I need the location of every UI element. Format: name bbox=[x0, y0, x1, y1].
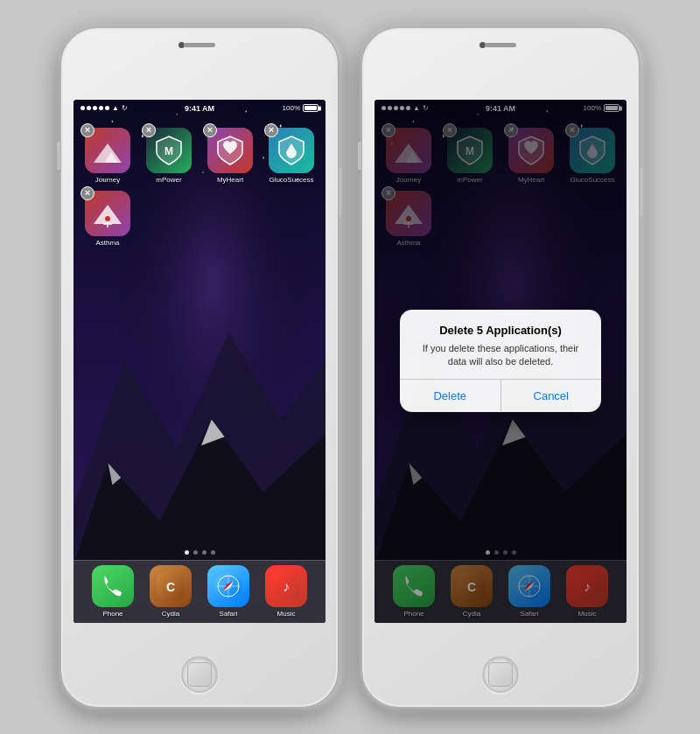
delete-dialog: Delete 5 Application(s) If you delete th… bbox=[400, 310, 601, 413]
dock-left: Phone C bbox=[74, 560, 326, 623]
app-label-journey-left: Journey bbox=[95, 176, 120, 184]
app-icon-wrapper-mpower-left: × bbox=[146, 128, 192, 173]
delete-button[interactable]: Delete bbox=[400, 380, 500, 412]
app-label-myheart-left: MyHeart bbox=[217, 176, 243, 184]
dock-label-cydia-left: Cydia bbox=[162, 610, 179, 618]
delete-badge-mpower-left[interactable]: × bbox=[142, 123, 156, 137]
dock-label-music-left: Music bbox=[277, 610, 296, 618]
speaker-right bbox=[485, 43, 516, 47]
dot4 bbox=[99, 106, 103, 110]
status-signal-left: ▲ ↻ bbox=[80, 104, 128, 112]
status-bar-left: ▲ ↻ 9:41 AM 100% bbox=[74, 100, 326, 117]
app-item-myheart-left[interactable]: × bbox=[203, 128, 257, 184]
wifi-icon-left: ▲ bbox=[112, 104, 119, 112]
svg-point-28 bbox=[105, 216, 110, 221]
delete-badge-journey-left[interactable]: × bbox=[80, 123, 94, 137]
app-item-glucosuccess-left[interactable]: × bbox=[264, 128, 318, 184]
app-item-asthma-left[interactable]: × bbox=[80, 191, 135, 247]
app-icon-wrapper-journey-left: × bbox=[85, 128, 130, 173]
app-grid-left: × bbox=[74, 121, 326, 254]
home-button-inner-right bbox=[488, 662, 513, 687]
home-button-left[interactable] bbox=[181, 656, 218, 693]
cancel-button[interactable]: Cancel bbox=[501, 380, 602, 412]
dock-icon-music-left: ♪ bbox=[265, 565, 307, 607]
dock-label-phone-left: Phone bbox=[102, 610, 122, 618]
status-right-left: 100% bbox=[283, 104, 318, 112]
battery-fill-left bbox=[304, 106, 317, 110]
page-dot-3-left bbox=[202, 550, 206, 555]
app-item-mpower-left[interactable]: × bbox=[142, 128, 196, 184]
alert-content: Delete 5 Application(s) If you delete th… bbox=[400, 310, 601, 380]
home-button-right[interactable] bbox=[482, 656, 519, 693]
speaker-left bbox=[184, 43, 215, 47]
app-label-glucosuccess-left: GlucoSuccess bbox=[269, 176, 313, 184]
phone-shell-right: ▲ ↻ 9:41 AM 100% × bbox=[360, 26, 640, 709]
phone-top-right bbox=[474, 40, 527, 51]
refresh-icon-left: ↻ bbox=[122, 104, 128, 112]
battery-icon-left bbox=[303, 104, 318, 112]
dock-item-phone-left[interactable]: Phone bbox=[92, 565, 134, 618]
dock-icon-cydia-left: C bbox=[150, 565, 192, 607]
dock-item-cydia-left[interactable]: C Cydia bbox=[150, 565, 192, 618]
app-icon-wrapper-glucosuccess-left: × bbox=[269, 128, 314, 173]
app-icon-wrapper-myheart-left: × bbox=[207, 128, 253, 173]
dock-item-music-left[interactable]: ♪ Music bbox=[265, 565, 307, 618]
svg-text:M: M bbox=[164, 145, 173, 157]
app-icon-wrapper-asthma-left: × bbox=[85, 191, 130, 236]
phone-shell-left: ▲ ↻ 9:41 AM 100% × bbox=[60, 26, 340, 709]
dock-item-safari-left[interactable]: Safari bbox=[207, 565, 249, 618]
phone-screen-right: ▲ ↻ 9:41 AM 100% × bbox=[374, 100, 626, 623]
phone-top-left bbox=[173, 40, 226, 51]
phone-right: ▲ ↻ 9:41 AM 100% × bbox=[360, 26, 640, 709]
battery-percent-left: 100% bbox=[283, 104, 300, 112]
page-dots-left bbox=[74, 550, 326, 555]
page-dot-2-left bbox=[193, 550, 198, 555]
svg-text:♪: ♪ bbox=[283, 579, 290, 594]
dot5 bbox=[105, 106, 109, 110]
svg-text:C: C bbox=[166, 580, 175, 594]
delete-badge-glucosuccess-left[interactable]: × bbox=[264, 123, 278, 137]
page-dot-4-left bbox=[211, 550, 215, 555]
dock-icon-safari-left bbox=[207, 565, 249, 607]
alert-title: Delete 5 Application(s) bbox=[417, 324, 584, 337]
delete-badge-myheart-left[interactable]: × bbox=[203, 123, 217, 137]
delete-badge-asthma-left[interactable]: × bbox=[80, 186, 94, 200]
alert-overlay-right: Delete 5 Application(s) If you delete th… bbox=[374, 100, 626, 623]
status-time-left: 9:41 AM bbox=[185, 104, 214, 113]
signal-dots-left bbox=[80, 106, 109, 110]
dot2 bbox=[87, 106, 91, 110]
dock-label-safari-left: Safari bbox=[220, 610, 238, 618]
dot1 bbox=[80, 106, 85, 110]
alert-message: If you delete these applications, their … bbox=[417, 342, 584, 369]
home-button-inner-left bbox=[187, 662, 212, 687]
status-icons-left: ▲ ↻ bbox=[112, 104, 128, 112]
alert-buttons: Delete Cancel bbox=[400, 380, 601, 412]
app-label-mpower-left: mPower bbox=[156, 176, 181, 184]
phone-screen-left: ▲ ↻ 9:41 AM 100% × bbox=[74, 100, 326, 623]
phone-left: ▲ ↻ 9:41 AM 100% × bbox=[60, 26, 340, 709]
dot3 bbox=[93, 106, 97, 110]
dock-icon-phone-left bbox=[92, 565, 134, 607]
app-label-asthma-left: Asthma bbox=[95, 239, 119, 247]
page-dot-1-left bbox=[185, 550, 189, 555]
app-item-journey-left[interactable]: × bbox=[80, 128, 135, 184]
